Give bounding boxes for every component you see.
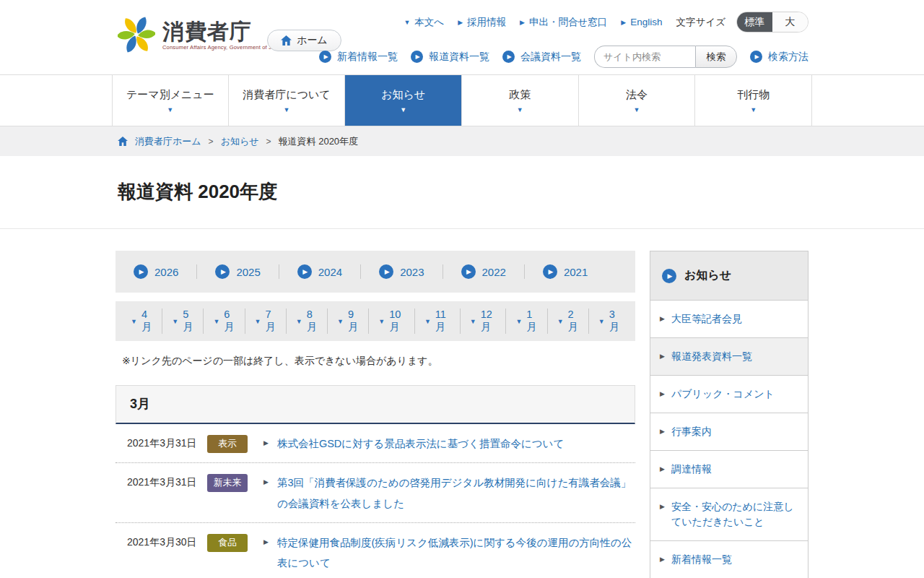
utility-link[interactable]: ▼ 本文へ bbox=[404, 16, 444, 29]
search-help-label: 検索方法 bbox=[768, 51, 808, 64]
circle-arrow-icon: ▶ bbox=[461, 264, 476, 279]
font-size-toggle: 標準大 bbox=[736, 12, 808, 33]
month-link[interactable]: ▼ 1月 bbox=[506, 309, 547, 334]
pinwheel-logo-icon bbox=[118, 16, 155, 53]
title-section: 報道資料 2020年度 bbox=[0, 156, 924, 229]
month-link[interactable]: ▼ 2月 bbox=[548, 309, 589, 334]
month-link-label: 5月 bbox=[183, 309, 193, 334]
nav-item[interactable]: 刊行物 ▼ bbox=[695, 75, 812, 126]
month-link-label: 1月 bbox=[526, 309, 537, 334]
chevron-down-icon: ▼ bbox=[284, 106, 290, 113]
news-date: 2021年3月30日 bbox=[127, 533, 207, 549]
sidebar-item[interactable]: ▶ パブリック・コメント bbox=[650, 376, 808, 413]
month-link[interactable]: ▼ 4月 bbox=[121, 309, 162, 334]
year-link[interactable]: ▶ 2025 bbox=[197, 264, 279, 279]
nav-item[interactable]: 政策 ▼ bbox=[462, 75, 579, 126]
quick-link[interactable]: ▶ 新着情報一覧 bbox=[319, 51, 398, 64]
year-link[interactable]: ▶ 2026 bbox=[120, 264, 197, 279]
year-link[interactable]: ▶ 2023 bbox=[361, 264, 443, 279]
month-link[interactable]: ▼ 3月 bbox=[589, 309, 629, 334]
nav-item[interactable]: テーマ別メニュー ▼ bbox=[112, 75, 229, 126]
arrow-right-icon: ▶ bbox=[263, 478, 269, 486]
month-link[interactable]: ▼ 9月 bbox=[328, 309, 369, 334]
breadcrumb-current: 報道資料 2020年度 bbox=[279, 135, 359, 148]
utility-link[interactable]: ▶ English bbox=[621, 16, 662, 29]
year-links-bar: ▶ 2026 ▶ 2025 ▶ 2024 ▶ 2023 ▶ 2022 ▶ 202… bbox=[116, 251, 635, 293]
sidebar-item[interactable]: ▶ 安全・安心のために注意していただきたいこと bbox=[650, 488, 808, 541]
month-link-label: 8月 bbox=[307, 309, 318, 334]
nav-item[interactable]: お知らせ ▼ bbox=[345, 75, 462, 126]
site-header: 消費者庁 Consumer Affairs Agency, Government… bbox=[0, 0, 924, 74]
font-size-option[interactable]: 標準 bbox=[737, 12, 772, 32]
sidebar-item[interactable]: ▶ 行事案内 bbox=[650, 413, 808, 451]
month-section-heading: 3月 bbox=[116, 385, 635, 424]
nav-item[interactable]: 消費者庁について ▼ bbox=[229, 75, 346, 126]
month-link[interactable]: ▼ 11月 bbox=[415, 309, 461, 334]
circle-arrow-icon: ▶ bbox=[319, 51, 331, 63]
sidebar-item[interactable]: ▶ 報道発表資料一覧 bbox=[650, 338, 808, 376]
sidebar-item[interactable]: ▶ 新着情報一覧 bbox=[650, 541, 808, 578]
chevron-down-icon: ▼ bbox=[750, 106, 757, 113]
arrow-right-icon: ▶ bbox=[660, 465, 665, 473]
news-list: 2021年3月31日 表示 ▶ 株式会社GSDに対する景品表示法に基づく措置命令… bbox=[116, 424, 635, 578]
month-link[interactable]: ▼ 8月 bbox=[287, 309, 328, 334]
sidebar-header[interactable]: ▶ お知らせ bbox=[650, 251, 808, 301]
sidebar-item[interactable]: ▶ 大臣等記者会見 bbox=[650, 301, 808, 338]
search-input[interactable] bbox=[594, 46, 695, 68]
arrow-right-icon: ▶ bbox=[660, 503, 665, 510]
utility-link[interactable]: ▶ 採用情報 bbox=[458, 16, 506, 29]
chevron-down-icon: ▼ bbox=[213, 318, 219, 325]
breadcrumb: 消費者庁ホーム > お知らせ > 報道資料 2020年度 bbox=[0, 126, 924, 156]
circle-arrow-icon: ▶ bbox=[134, 264, 148, 279]
nav-item-label: 法令 bbox=[626, 88, 648, 102]
month-link[interactable]: ▼ 10月 bbox=[369, 309, 415, 334]
circle-arrow-icon: ▶ bbox=[297, 264, 312, 279]
chevron-down-icon: ▼ bbox=[557, 318, 564, 325]
sidebar-item[interactable]: ▶ 調達情報 bbox=[650, 451, 808, 488]
sidebar-item-label: 報道発表資料一覧 bbox=[671, 349, 752, 364]
news-link[interactable]: 株式会社GSDに対する景品表示法に基づく措置命令について bbox=[277, 434, 635, 454]
sidebar-title: お知らせ bbox=[684, 268, 731, 283]
month-link-label: 7月 bbox=[266, 309, 276, 334]
month-link-label: 11月 bbox=[435, 309, 450, 334]
chevron-down-icon: ▼ bbox=[255, 318, 261, 325]
month-link[interactable]: ▼ 6月 bbox=[204, 309, 245, 334]
font-size-option[interactable]: 大 bbox=[772, 12, 808, 32]
chevron-down-icon: ▼ bbox=[167, 106, 173, 113]
year-link-label: 2022 bbox=[482, 266, 506, 278]
main-content: ▶ 2026 ▶ 2025 ▶ 2024 ▶ 2023 ▶ 2022 ▶ 202… bbox=[116, 251, 635, 578]
home-icon bbox=[281, 35, 292, 46]
page-title: 報道資料 2020年度 bbox=[112, 156, 812, 228]
utility-link-label: 申出・問合せ窓口 bbox=[529, 16, 607, 29]
quick-links-row: ▶ 新着情報一覧 ▶ 報道資料一覧 ▶ 会議資料一覧 検索 ▶ 検索方法 bbox=[319, 46, 808, 68]
month-link[interactable]: ▼ 12月 bbox=[461, 309, 507, 334]
month-link[interactable]: ▼ 5月 bbox=[162, 309, 204, 334]
nav-item[interactable]: 法令 ▼ bbox=[579, 75, 696, 126]
breadcrumb-link[interactable]: お知らせ bbox=[221, 135, 259, 148]
quick-link[interactable]: ▶ 報道資料一覧 bbox=[411, 51, 489, 64]
news-link[interactable]: 第3回「消費者保護のための啓発用デジタル教材開発に向けた有識者会議」の会議資料を… bbox=[277, 473, 635, 514]
news-date: 2021年3月31日 bbox=[127, 434, 207, 450]
month-link[interactable]: ▼ 7月 bbox=[245, 309, 287, 334]
sidebar-item-label: 大臣等記者会見 bbox=[671, 311, 742, 327]
year-link-label: 2021 bbox=[564, 266, 588, 278]
news-row: 2021年3月31日 新未来 ▶ 第3回「消費者保護のための啓発用デジタル教材開… bbox=[116, 463, 635, 523]
arrow-icon: ▼ bbox=[404, 19, 410, 26]
month-link-label: 10月 bbox=[389, 309, 405, 334]
sidebar: ▶ お知らせ ▶ 大臣等記者会見 ▶ 報道発表資料一覧 ▶ パブリック・コメント… bbox=[650, 251, 808, 578]
quick-link[interactable]: ▶ 会議資料一覧 bbox=[502, 51, 581, 64]
agency-logo[interactable]: 消費者庁 Consumer Affairs Agency, Government… bbox=[118, 16, 284, 53]
year-link[interactable]: ▶ 2024 bbox=[279, 264, 361, 279]
sidebar-item-label: 行事案内 bbox=[671, 424, 712, 439]
utility-link[interactable]: ▶ 申出・問合せ窓口 bbox=[520, 16, 607, 29]
sidebar-item-label: 調達情報 bbox=[671, 462, 712, 477]
search-button[interactable]: 検索 bbox=[695, 46, 737, 68]
chevron-down-icon: ▼ bbox=[378, 318, 385, 325]
arrow-icon: ▶ bbox=[458, 19, 463, 26]
news-link[interactable]: 特定保健用食品制度(疾病リスク低減表示)に関する今後の運用の方向性の公表について bbox=[277, 532, 635, 574]
year-link[interactable]: ▶ 2021 bbox=[525, 264, 606, 279]
search-help-link[interactable]: ▶ 検索方法 bbox=[750, 51, 808, 64]
year-link[interactable]: ▶ 2022 bbox=[443, 264, 525, 279]
breadcrumb-link[interactable]: 消費者庁ホーム bbox=[135, 135, 201, 148]
circle-arrow-icon: ▶ bbox=[215, 264, 230, 279]
